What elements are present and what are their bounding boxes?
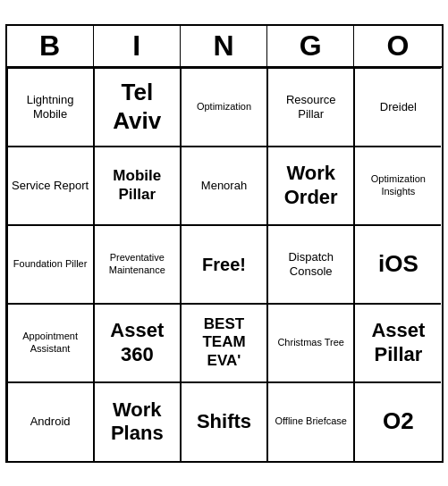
bingo-cell: Service Report <box>7 147 94 225</box>
header-letter: B <box>7 26 94 66</box>
bingo-cell: Asset 360 <box>94 304 181 382</box>
bingo-cell: Dreidel <box>354 68 441 147</box>
bingo-cell: Shifts <box>181 382 267 461</box>
bingo-card: BINGO Lightning MobileTel AvivOptimizati… <box>5 24 444 463</box>
bingo-cell: Tel Aviv <box>94 68 181 147</box>
bingo-cell: Foundation Piller <box>7 225 94 304</box>
bingo-cell: Lightning Mobile <box>7 68 94 147</box>
bingo-cell: Android <box>7 382 94 461</box>
bingo-cell: Menorah <box>181 147 267 225</box>
bingo-grid: Lightning MobileTel AvivOptimizationReso… <box>7 68 442 461</box>
bingo-cell: Dispatch Console <box>267 225 354 304</box>
bingo-cell: Resource Pillar <box>267 68 354 147</box>
bingo-cell: Christmas Tree <box>267 304 354 382</box>
bingo-cell: BEST TEAM EVA' <box>181 304 267 382</box>
header-letter: N <box>181 26 267 66</box>
bingo-cell: Mobile Pillar <box>94 147 181 225</box>
header-letter: I <box>94 26 181 66</box>
bingo-cell: Work Plans <box>94 382 181 461</box>
bingo-cell: Appointment Assistant <box>7 304 94 382</box>
bingo-cell: Work Order <box>267 147 354 225</box>
bingo-cell: Optimization Insights <box>354 147 441 225</box>
header-letter: O <box>354 26 441 66</box>
bingo-cell: iOS <box>354 225 441 304</box>
bingo-cell: Preventative Maintenance <box>94 225 181 304</box>
bingo-cell: O2 <box>354 382 441 461</box>
bingo-cell: Optimization <box>181 68 267 147</box>
bingo-cell: Asset Pillar <box>354 304 441 382</box>
bingo-cell: Free! <box>181 225 267 304</box>
bingo-header: BINGO <box>7 26 442 68</box>
bingo-cell: Offline Briefcase <box>267 382 354 461</box>
header-letter: G <box>267 26 354 66</box>
